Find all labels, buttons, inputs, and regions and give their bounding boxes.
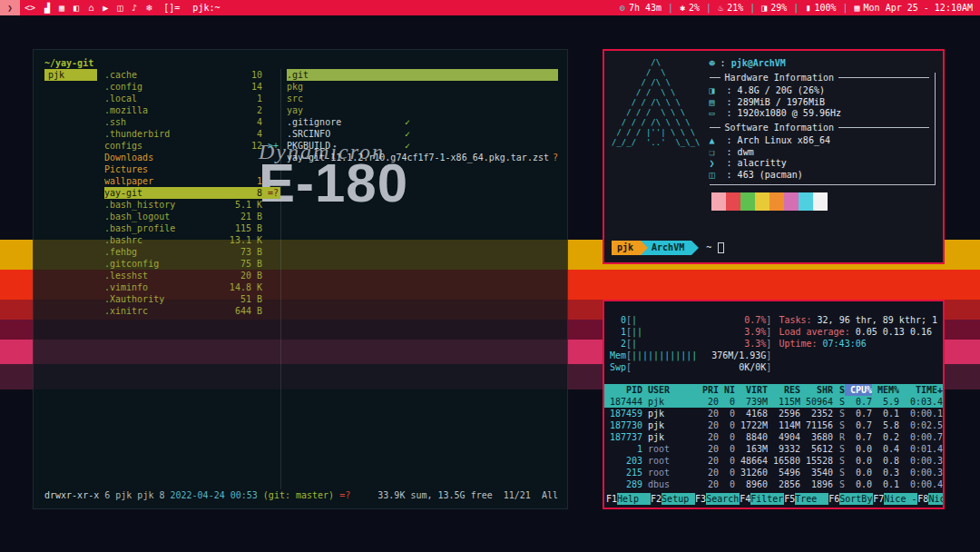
separator: : xyxy=(721,108,738,120)
process-row[interactable]: 215root2003126054963540S0.00.30:00.3 xyxy=(604,467,943,478)
file-row[interactable]: .bash_profile115 B xyxy=(104,222,280,234)
git-status-mark: ✓ xyxy=(405,129,410,139)
info-icon: ❏ xyxy=(710,147,721,159)
file-row[interactable]: .gitconfig75 B xyxy=(104,258,280,270)
file-row[interactable]: .Xauthority51 B xyxy=(104,293,280,305)
workspace-tag[interactable]: ◫ xyxy=(113,0,127,15)
meter-bar xyxy=(632,361,739,373)
file-row[interactable]: .bashrc13.1 K xyxy=(104,234,280,246)
preview-row[interactable]: src xyxy=(287,93,558,104)
launcher-icon[interactable]: ❯ xyxy=(0,0,20,15)
preview-row[interactable]: .git xyxy=(287,69,558,81)
layout-indicator[interactable]: []= xyxy=(156,3,187,13)
column-pri[interactable]: PRI xyxy=(697,384,719,396)
htop-window: 0[|0.7%]1[||3.9%]2[|3.3%]Mem[|||||||||||… xyxy=(603,300,945,509)
file-row[interactable]: .fehbg73 B xyxy=(104,246,280,258)
column-time[interactable]: TIME+ xyxy=(899,384,943,396)
column-mem[interactable]: MEM% xyxy=(872,384,899,396)
preview-row[interactable]: pkg xyxy=(287,81,558,93)
parent-dir-item[interactable]: pjk xyxy=(44,69,97,81)
info-row: ▭ : 1920x1080 @ 59.96Hz xyxy=(710,108,929,120)
file-row[interactable]: .lesshst20 B xyxy=(104,270,280,281)
info-icon: ◫ xyxy=(710,170,721,182)
column-shr[interactable]: SHR xyxy=(800,384,833,396)
workspace-tag[interactable]: ⌂ xyxy=(83,0,98,15)
function-key[interactable]: F4Filter xyxy=(740,493,784,505)
workspace-tag[interactable]: <> xyxy=(20,0,40,15)
file-row[interactable]: configs12>+ xyxy=(104,140,280,152)
process-row[interactable]: 187737pjk200884049043680R0.70.20:00.7 xyxy=(604,431,943,443)
separator: | xyxy=(662,3,680,13)
separator: : xyxy=(721,85,738,97)
file-row[interactable]: .local1 xyxy=(104,93,280,104)
function-key[interactable]: F7Nice - xyxy=(873,493,917,505)
function-key[interactable]: F2Setup xyxy=(651,493,695,505)
preview-row[interactable]: yay xyxy=(287,104,558,116)
file-name: .fehbg xyxy=(104,246,137,258)
file-row[interactable]: .xinitrc644 B xyxy=(104,305,280,317)
column-pid[interactable]: PID xyxy=(604,384,642,396)
status-text: Mon Apr 25 - 12:10AM xyxy=(864,3,973,13)
column-user[interactable]: USER xyxy=(642,384,697,396)
meter-label: 2 xyxy=(610,338,626,350)
file-row[interactable]: .config14 xyxy=(104,81,280,93)
file-row[interactable]: .thunderbird4 xyxy=(104,128,280,140)
cpu-memory-meters: 0[|0.7%]1[||3.9%]2[|3.3%]Mem[|||||||||||… xyxy=(610,314,771,373)
file-size: 20 B xyxy=(240,270,262,281)
preview-row[interactable]: .gitignore✓ xyxy=(287,116,558,128)
workspace-tag[interactable]: ▶ xyxy=(98,0,113,15)
process-row[interactable]: 187730pjk2001722M114M71156S0.75.80:02.5 xyxy=(604,419,943,431)
column-state[interactable]: S xyxy=(833,384,845,396)
status-icon: ♨ xyxy=(718,3,723,13)
file-row[interactable]: .bash_logout21 B xyxy=(104,211,280,222)
tag-icon: ◧ xyxy=(74,3,79,13)
workspace-tag[interactable]: ♪ xyxy=(127,0,142,15)
function-key[interactable]: F3Search xyxy=(695,493,740,505)
file-row[interactable]: wallpaper1 xyxy=(104,175,280,187)
function-key[interactable]: F1Help xyxy=(606,493,651,505)
workspace-tag[interactable]: ❄ xyxy=(142,0,156,15)
file-row[interactable]: .viminfo14.8 K xyxy=(104,281,280,293)
workspace-tag[interactable]: ◧ xyxy=(69,0,83,15)
workspace-tag[interactable]: ▟ xyxy=(40,0,54,15)
file-row[interactable]: .cache10 xyxy=(104,69,280,81)
fkey-label: Tree xyxy=(795,493,828,505)
disk-usage-info: 33.9K sum, 13.5G free 11/21 All xyxy=(377,489,558,501)
preview-row[interactable]: PKGBUILD✓ xyxy=(287,140,558,152)
column-cpu-sort[interactable]: CPU% xyxy=(845,384,872,396)
file-name: .thunderbird xyxy=(104,128,170,140)
meter-value: 376M/1.93G xyxy=(711,350,766,361)
column-virt[interactable]: VIRT xyxy=(735,384,768,396)
status-icon: ▦ xyxy=(855,3,860,13)
file-row[interactable]: yay-git8=? xyxy=(104,187,280,199)
file-row[interactable]: Downloads xyxy=(104,152,280,163)
info-value: 1920x1080 @ 59.96Hz xyxy=(738,108,841,120)
meter-bar: || xyxy=(632,326,744,338)
process-row[interactable]: 289dbus200896028561896S0.00.10:00.4 xyxy=(604,478,943,490)
process-row[interactable]: 203root200486641658015528S0.00.80:00.3 xyxy=(604,455,943,467)
color-swatch xyxy=(769,192,784,211)
file-row[interactable]: .mozilla2 xyxy=(104,104,280,116)
prompt-host-segment: ArchVM xyxy=(648,241,691,255)
fkey-number: F8 xyxy=(917,493,928,505)
meter-label: 0 xyxy=(610,314,626,326)
function-key[interactable]: F5Tree xyxy=(784,493,828,505)
separator: : xyxy=(715,58,731,70)
powerline-arrow-icon xyxy=(691,241,699,255)
preview-row[interactable]: yay-git-11.1.2.r10.g74cf1f7-1-x86_64.pkg… xyxy=(287,152,558,163)
column-ni[interactable]: NI xyxy=(719,384,735,396)
file-name: .Xauthority xyxy=(104,293,164,305)
process-row[interactable]: 1root200163M93325612S0.00.40:01.4 xyxy=(604,443,943,455)
preview-row[interactable]: .SRCINFO✓ xyxy=(287,128,558,140)
function-key[interactable]: F8Nice + xyxy=(917,493,943,505)
file-row[interactable]: Pictures xyxy=(104,163,280,175)
file-row[interactable]: .bash_history5.1 K xyxy=(104,199,280,211)
workspace-tag[interactable]: ▦ xyxy=(54,0,69,15)
process-row[interactable]: 187444pjk200739M115M50964S0.75.90:03.4 xyxy=(604,396,943,408)
function-key[interactable]: F6SortBy xyxy=(828,493,873,505)
file-row[interactable]: .ssh4 xyxy=(104,116,280,128)
shell-prompt[interactable]: pjkArchVM~ xyxy=(612,241,936,255)
column-res[interactable]: RES xyxy=(768,384,800,396)
process-row[interactable]: 187459pjk200416825962352S0.70.10:00.1 xyxy=(604,408,943,419)
meter-value: 3.3% xyxy=(744,338,766,350)
